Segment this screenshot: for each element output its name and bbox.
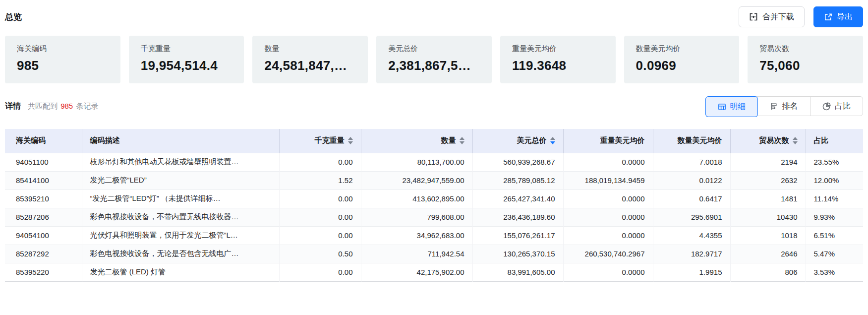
merge-download-label: 合并下载 bbox=[762, 12, 794, 22]
sort-asc-icon[interactable] bbox=[793, 137, 798, 140]
table-cell: 42,175,902.00 bbox=[361, 263, 472, 281]
export-button[interactable]: 导出 bbox=[813, 6, 863, 27]
sort-desc-icon[interactable] bbox=[348, 141, 353, 144]
stat-value: 2,381,867,5… bbox=[388, 58, 480, 73]
sort-desc-icon[interactable] bbox=[550, 141, 555, 144]
table-cell: 295.6901 bbox=[653, 208, 730, 226]
table-cell: 85287292 bbox=[5, 245, 82, 263]
column-label: 数量 bbox=[441, 136, 456, 145]
tab-ranking[interactable]: 排名 bbox=[757, 97, 810, 116]
column-header[interactable]: 贸易次数 bbox=[730, 129, 806, 153]
table-cell: 188,019,134.9459 bbox=[563, 171, 653, 189]
column-label: 占比 bbox=[814, 136, 829, 145]
table-cell: 806 bbox=[730, 263, 806, 281]
stat-value: 24,581,847,… bbox=[264, 58, 356, 73]
table-icon bbox=[718, 103, 726, 111]
table-row[interactable]: 85414100发光二极管“LED”1.5223,482,947,559.002… bbox=[5, 171, 863, 189]
table-cell: 发光二极管“LED” bbox=[82, 171, 279, 189]
table-cell: 85287206 bbox=[5, 208, 82, 226]
column-header: 数量美元均价 bbox=[653, 129, 730, 153]
table-cell: 0.0000 bbox=[563, 189, 653, 208]
table-row[interactable]: 85287292彩色电视接收设备，无论是否包含无线电广…0.50711,942.… bbox=[5, 245, 863, 263]
table-row[interactable]: 94054100光伏灯具和照明装置，仅用于发光二极管“L…0.0034,962,… bbox=[5, 226, 863, 245]
table-cell: 0.6417 bbox=[653, 189, 730, 208]
sort-carets[interactable] bbox=[460, 137, 464, 144]
table-cell: 枝形吊灯和其他电动天花板或墙壁照明装置… bbox=[82, 153, 279, 171]
sort-desc-icon[interactable] bbox=[460, 141, 464, 144]
table-cell: 85395210 bbox=[5, 189, 82, 208]
sort-asc-icon[interactable] bbox=[550, 137, 555, 140]
stat-label: 美元总价 bbox=[388, 44, 480, 54]
tab-detail[interactable]: 明细 bbox=[705, 96, 758, 117]
column-header[interactable]: 数量 bbox=[361, 129, 472, 153]
column-label: 千克重量 bbox=[315, 136, 345, 145]
column-label: 编码描述 bbox=[90, 136, 120, 145]
table-cell: “发光二极管“LED”灯” （未提供详细标… bbox=[82, 189, 279, 208]
table-cell: 155,076,261.17 bbox=[472, 226, 563, 245]
sort-asc-icon[interactable] bbox=[348, 137, 353, 140]
table-cell: 85395220 bbox=[5, 263, 82, 281]
stat-label: 数量 bbox=[264, 44, 356, 54]
table-cell: 0.00 bbox=[279, 226, 361, 245]
table-cell: 711,942.54 bbox=[361, 245, 472, 263]
table-cell: 285,789,085.12 bbox=[472, 171, 563, 189]
table-cell: 0.0000 bbox=[563, 208, 653, 226]
sort-carets[interactable] bbox=[793, 137, 798, 144]
view-tab-group: 明细 排名 占比 bbox=[705, 96, 863, 116]
table-cell: 23,482,947,559.00 bbox=[361, 171, 472, 189]
table-cell: 1.9915 bbox=[653, 263, 730, 281]
stat-value: 19,954,514.4 bbox=[141, 58, 232, 73]
table-row[interactable]: 85395210“发光二极管“LED”灯” （未提供详细标…0.00413,60… bbox=[5, 189, 863, 208]
table-cell: 彩色电视接收设备，无论是否包含无线电广… bbox=[82, 245, 279, 263]
table-cell: 9.93% bbox=[806, 208, 863, 226]
sort-desc-icon[interactable] bbox=[793, 141, 798, 144]
table-cell: 2632 bbox=[730, 171, 806, 189]
details-title: 详情 bbox=[5, 101, 21, 112]
table-cell: 1481 bbox=[730, 189, 806, 208]
column-header: 海关编码 bbox=[5, 129, 82, 153]
details-bar: 详情 共匹配到 985 条记录 明细 bbox=[5, 96, 863, 116]
table-cell: 23.55% bbox=[806, 153, 863, 171]
table-cell: 0.0122 bbox=[653, 171, 730, 189]
table-cell: 2646 bbox=[730, 245, 806, 263]
table-cell: 2194 bbox=[730, 153, 806, 171]
column-label: 数量美元均价 bbox=[678, 136, 722, 145]
table-row[interactable]: 85395220发光二极管 (LED) 灯管0.0042,175,902.008… bbox=[5, 263, 863, 281]
table-cell: 彩色电视接收设备，不带内置无线电接收器… bbox=[82, 208, 279, 226]
top-actions: 合并下载 导出 bbox=[739, 6, 863, 27]
tab-proportion[interactable]: 占比 bbox=[810, 97, 863, 116]
column-header[interactable]: 美元总价 bbox=[472, 129, 563, 153]
table-cell: 182.9717 bbox=[653, 245, 730, 263]
merge-download-button[interactable]: 合并下载 bbox=[739, 6, 805, 27]
table-cell: 85414100 bbox=[5, 171, 82, 189]
table-cell: 560,939,268.67 bbox=[472, 153, 563, 171]
sort-asc-icon[interactable] bbox=[460, 137, 464, 140]
ranking-icon bbox=[770, 102, 778, 111]
column-header: 编码描述 bbox=[82, 129, 279, 153]
column-label: 美元总价 bbox=[517, 136, 547, 145]
table-cell: 236,436,189.60 bbox=[472, 208, 563, 226]
table-cell: 光伏灯具和照明装置，仅用于发光二极管“L… bbox=[82, 226, 279, 245]
sort-carets[interactable] bbox=[348, 137, 353, 144]
column-label: 重量美元均价 bbox=[600, 136, 645, 145]
table-cell: 0.0000 bbox=[563, 153, 653, 171]
table-body: 94051100枝形吊灯和其他电动天花板或墙壁照明装置…0.0080,113,7… bbox=[5, 153, 863, 281]
table-cell: 265,427,341.40 bbox=[472, 189, 563, 208]
column-header: 占比 bbox=[806, 129, 863, 153]
table-cell: 4.4355 bbox=[653, 226, 730, 245]
stat-value: 0.0969 bbox=[636, 58, 728, 73]
tab-label: 明细 bbox=[730, 102, 746, 112]
stat-card-quantity: 数量 24,581,847,… bbox=[252, 36, 368, 83]
table-cell: 12.00% bbox=[806, 171, 863, 189]
page-title: 总览 bbox=[5, 11, 22, 23]
column-label: 贸易次数 bbox=[759, 136, 789, 145]
table-cell: 260,530,740.2967 bbox=[563, 245, 653, 263]
stat-label: 贸易次数 bbox=[759, 44, 851, 54]
column-header[interactable]: 千克重量 bbox=[279, 129, 361, 153]
sort-carets[interactable] bbox=[550, 137, 555, 144]
table-cell: 0.0000 bbox=[563, 226, 653, 245]
stat-card-usd-total: 美元总价 2,381,867,5… bbox=[376, 36, 492, 83]
table-row[interactable]: 94051100枝形吊灯和其他电动天花板或墙壁照明装置…0.0080,113,7… bbox=[5, 153, 863, 171]
table-row[interactable]: 85287206彩色电视接收设备，不带内置无线电接收器…0.00799,608.… bbox=[5, 208, 863, 226]
table-header: 海关编码编码描述千克重量数量美元总价重量美元均价数量美元均价贸易次数占比 bbox=[5, 129, 863, 153]
